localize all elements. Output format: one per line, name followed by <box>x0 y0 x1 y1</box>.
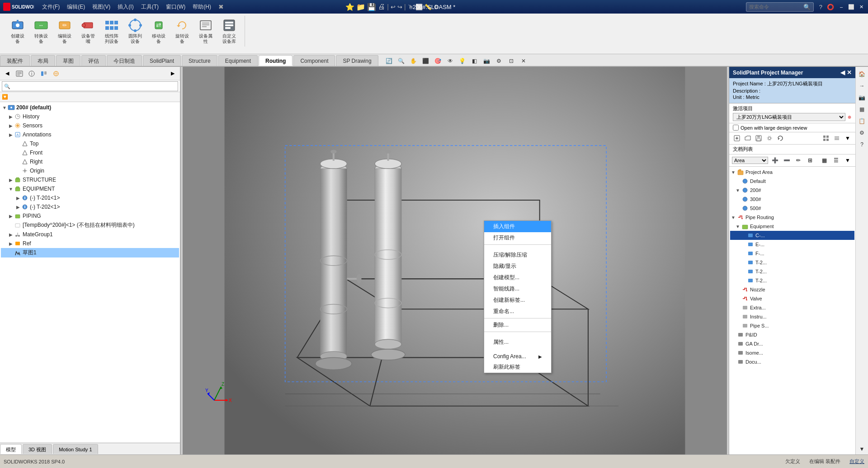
ft-sketch1[interactable]: 草图1 <box>1 248 179 257</box>
rp-expand-tree-btn[interactable]: ⊞ <box>805 156 815 165</box>
rp-500hash[interactable]: 500# <box>730 204 854 213</box>
rotate-view-btn[interactable]: 🔄 <box>384 56 395 66</box>
ctx-clash-detection[interactable]: Config Area... ▶ <box>484 351 551 361</box>
ft-tempbody[interactable]: [TempBody^200#]<1> (不包括在材料明细表中) <box>1 220 179 230</box>
custom-library-btn[interactable]: 自定义设备库 <box>217 17 241 46</box>
ctx-compress[interactable] <box>484 246 551 249</box>
rp-t203-pr[interactable]: T-2... <box>730 276 854 285</box>
ctx-refresh-tag[interactable]: 属性... <box>484 337 551 348</box>
ft-mategroup[interactable]: ▶ MateGroup1 <box>1 230 179 239</box>
rib-arrow-btn[interactable]: → <box>857 80 868 91</box>
ctx-delete[interactable]: 重命名... <box>484 306 551 317</box>
rp-e-item[interactable]: E-... <box>730 240 854 249</box>
ft-history[interactable]: ▶ History <box>1 112 179 121</box>
menu-view[interactable]: 视图(V) <box>89 0 114 14</box>
menu-insert[interactable]: 插入(I) <box>114 0 137 14</box>
rib-prop-btn[interactable]: 📋 <box>857 116 868 126</box>
zoom-btn[interactable]: 🔍 <box>396 56 407 66</box>
split-view-btn[interactable]: ⊡ <box>506 56 517 66</box>
rp-pipe-s[interactable]: Pipe S... <box>730 321 854 330</box>
ctx-insert-component[interactable]: 插入组件 <box>484 221 551 232</box>
rp-settings-btn[interactable] <box>764 134 774 143</box>
ctx-hide-show[interactable]: 压缩/解除压缩 <box>484 249 551 261</box>
rp-default[interactable]: Default <box>730 177 854 186</box>
ft-t201-expand[interactable]: ▶ <box>15 194 21 201</box>
ft-origin[interactable]: Origin <box>1 166 179 175</box>
rp-pid[interactable]: P&ID <box>730 330 854 339</box>
view-orient-btn[interactable]: 🎯 <box>433 56 443 66</box>
rp-project-area-expand[interactable]: ▼ <box>731 170 736 175</box>
rp-t201-pr[interactable]: T-2... <box>730 258 854 267</box>
ft-t202[interactable]: ▶ (-) T-202<1> <box>1 202 179 211</box>
close-viewport-btn[interactable]: ✕ <box>518 56 529 66</box>
rib-cam-btn[interactable]: 📷 <box>857 92 868 103</box>
tab-model[interactable]: 模型 <box>0 444 22 454</box>
convert-equipment-btn[interactable]: ↔ 转换设备 <box>29 17 53 46</box>
tab-sp-drawing[interactable]: SP Drawing <box>336 55 378 66</box>
zoom-fit-btn[interactable]: ⬛ <box>420 56 431 66</box>
rp-equipment-pr-expand[interactable]: ▼ <box>736 224 741 229</box>
rp-close-btn[interactable]: ✕ <box>847 69 852 76</box>
tab-evaluate[interactable]: 评估 <box>81 55 106 66</box>
tab-component[interactable]: Component <box>293 55 335 66</box>
ctx-smart-route[interactable]: 创建模型... <box>484 272 551 283</box>
ft-root[interactable]: ▼ 200# (default) <box>1 103 179 112</box>
menu-help[interactable]: 帮助(H) <box>189 0 215 14</box>
menu-edit[interactable]: 编辑(E) <box>63 0 89 14</box>
tab-motion-study[interactable]: Motion Study 1 <box>53 444 98 454</box>
rp-add-area-btn[interactable]: ➕ <box>770 156 780 165</box>
ft-equipment-expand[interactable]: ▼ <box>8 185 14 192</box>
ft-history-expand[interactable]: ▶ <box>8 113 14 120</box>
rib-gear-btn[interactable]: ⚙ <box>857 127 868 138</box>
rp-tree-more-btn[interactable]: ▼ <box>843 156 853 165</box>
ctx-new-tag[interactable]: 智能线路... <box>484 283 551 295</box>
rp-new-btn[interactable] <box>732 134 742 143</box>
tab-layout[interactable]: 布局 <box>31 55 55 66</box>
section-view-btn[interactable]: ◧ <box>469 56 480 66</box>
ft-configmgr-btn[interactable] <box>38 69 49 79</box>
restore-button[interactable]: ⬜ <box>847 3 856 11</box>
ft-t201[interactable]: ▶ (-) T-201<1> <box>1 193 179 202</box>
ft-root-expand[interactable]: ▼ <box>2 104 7 111</box>
rp-f-item[interactable]: F-... <box>730 249 854 258</box>
rp-pipe-routing-expand[interactable]: ▼ <box>731 215 736 220</box>
ctx-create-model[interactable]: 隐藏/显示 <box>484 261 551 272</box>
rp-tree-grid-btn[interactable]: ▦ <box>819 156 829 165</box>
camera-btn[interactable]: 📷 <box>481 56 492 66</box>
tab-3dview[interactable]: 3D 视图 <box>23 444 52 454</box>
tab-sketch[interactable]: 草图 <box>56 55 80 66</box>
ft-annotations-expand[interactable]: ▶ <box>8 131 14 138</box>
ft-sensors-expand[interactable]: ▶ <box>8 122 14 129</box>
rp-instru[interactable]: Instru... <box>730 312 854 321</box>
circular-array-btn[interactable]: 圆阵列设备 <box>123 17 147 46</box>
rp-list-view-btn[interactable] <box>832 134 842 143</box>
menu-window[interactable]: 窗口(W) <box>162 0 189 14</box>
rp-grid-view-btn[interactable] <box>821 134 831 143</box>
active-project-select[interactable]: 上罗20万方LNG橇装项目 <box>733 113 845 121</box>
viewport[interactable]: X Z Y <box>183 67 727 454</box>
minimize-button[interactable]: – <box>837 3 846 11</box>
display-style-btn[interactable]: 👁 <box>445 56 456 66</box>
rp-t202-pr[interactable]: T-2... <box>730 267 854 276</box>
rp-300hash[interactable]: 300# <box>730 195 854 204</box>
rib-layer-btn[interactable]: ▦ <box>857 104 868 115</box>
ft-top[interactable]: Top <box>1 139 179 148</box>
menu-file[interactable]: 文件(F) <box>38 0 63 14</box>
ft-back-btn[interactable]: ◀ <box>2 69 13 79</box>
ft-structure-expand[interactable]: ▶ <box>8 176 14 183</box>
ft-structure[interactable]: ▶ STRUCTURE <box>1 175 179 184</box>
rp-200hash-expand[interactable]: ▼ <box>736 188 741 193</box>
ft-piping-expand[interactable]: ▶ <box>8 212 14 220</box>
move-equipment-btn[interactable]: ⇄ 移动设备 <box>147 17 170 46</box>
ft-expand-btn[interactable]: ▶ <box>167 69 178 79</box>
nozzle-btn[interactable]: 设备管嘴 <box>76 17 100 46</box>
rp-c-item[interactable]: C-... <box>730 231 854 240</box>
rp-200hash[interactable]: ▼ 200# <box>730 186 854 195</box>
light-btn[interactable]: 💡 <box>457 56 468 66</box>
rp-isome[interactable]: Isome... <box>730 348 854 357</box>
ft-t202-expand[interactable]: ▶ <box>15 203 21 211</box>
area-dropdown[interactable]: Area <box>732 157 768 164</box>
ctx-add-ref-area[interactable]: 刷新此标签 <box>484 361 551 373</box>
create-equipment-btn[interactable]: 创建设备 <box>6 17 29 46</box>
rp-refresh-btn[interactable] <box>775 134 785 143</box>
